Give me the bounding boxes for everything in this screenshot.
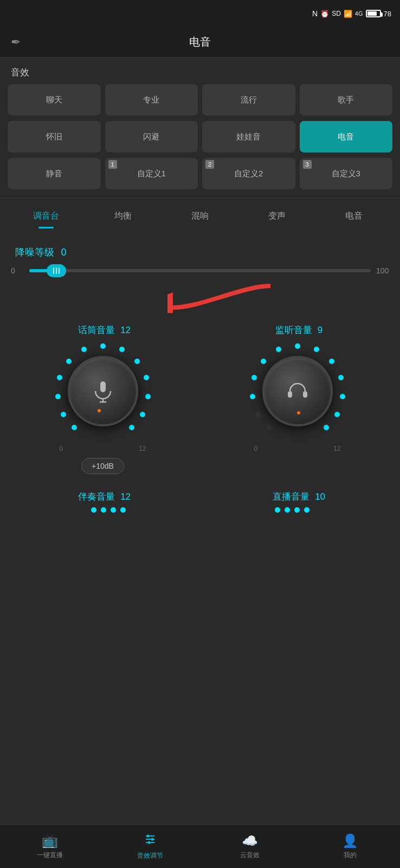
svg-point-10 bbox=[57, 375, 62, 380]
cloud-icon: ☁️ bbox=[242, 833, 258, 848]
red-arrow-svg bbox=[167, 280, 276, 313]
svg-point-28 bbox=[255, 412, 261, 417]
svg-point-37 bbox=[147, 841, 150, 844]
effect-electric[interactable]: 电音 bbox=[300, 121, 393, 152]
mic-knob-container: 话筒音量 12 bbox=[9, 324, 196, 474]
wifi-icon: 📶 bbox=[344, 10, 352, 18]
svg-point-7 bbox=[129, 425, 134, 430]
effects-grid-row3: 静音 1 自定义1 2 自定义2 3 自定义3 bbox=[0, 158, 400, 195]
tab-eq[interactable]: 均衡 bbox=[85, 207, 162, 225]
monitor-knob-scale: 0 12 bbox=[254, 445, 341, 452]
accompaniment-label: 伴奏音量 12 bbox=[75, 490, 131, 503]
monitor-knob-container: 监听音量 9 bbox=[204, 324, 391, 474]
svg-point-26 bbox=[251, 375, 257, 380]
header: ✒ 电音 bbox=[0, 27, 400, 58]
mic-knob-body[interactable] bbox=[68, 356, 138, 426]
battery-indicator bbox=[366, 10, 381, 17]
mic-knob-indicator bbox=[98, 409, 101, 412]
effect-dodge[interactable]: 闪避 bbox=[105, 121, 198, 152]
nav-profile-label: 我的 bbox=[344, 851, 357, 860]
battery-percent: 78 bbox=[384, 10, 391, 18]
svg-point-13 bbox=[72, 425, 77, 430]
user-icon: 👤 bbox=[342, 833, 358, 848]
bottom-dots-row bbox=[0, 503, 400, 513]
effect-popular[interactable]: 流行 bbox=[202, 84, 295, 116]
tab-reverb[interactable]: 混响 bbox=[162, 207, 238, 225]
svg-point-5 bbox=[145, 394, 151, 399]
nav-effects-label: 音效调节 bbox=[137, 851, 163, 860]
effect-custom1[interactable]: 1 自定义1 bbox=[105, 158, 198, 189]
svg-rect-14 bbox=[100, 381, 106, 392]
effect-singer[interactable]: 歌手 bbox=[300, 84, 393, 116]
main-content: 音效 聊天 专业 流行 歌手 怀旧 闪避 娃娃音 电音 静音 bbox=[0, 58, 400, 578]
arrow-container bbox=[11, 280, 389, 313]
headphone-icon bbox=[286, 379, 309, 403]
effect-professional[interactable]: 专业 bbox=[105, 84, 198, 116]
badge-2: 2 bbox=[205, 160, 214, 169]
tab-mixer[interactable]: 调音台 bbox=[8, 207, 85, 225]
nav-live[interactable]: 📺 一键直播 bbox=[0, 833, 100, 860]
svg-rect-31 bbox=[303, 391, 307, 398]
knobs-row: 话筒音量 12 bbox=[0, 313, 400, 474]
svg-point-8 bbox=[81, 347, 87, 352]
noise-slider-track[interactable] bbox=[29, 269, 371, 272]
mic-volume-label: 话筒音量 12 bbox=[75, 324, 131, 336]
noise-section: 降噪等级 0 0 100 bbox=[0, 229, 400, 280]
nav-cloud[interactable]: ☁️ 云音效 bbox=[200, 833, 300, 860]
effect-custom3[interactable]: 3 自定义3 bbox=[300, 158, 393, 189]
svg-point-3 bbox=[134, 359, 140, 364]
badge-1: 1 bbox=[108, 160, 117, 169]
noise-slider-row: 0 100 bbox=[11, 266, 389, 275]
status-icons: N ⏰ SD 📶 4G 78 bbox=[312, 9, 391, 18]
noise-label: 降噪等级 0 bbox=[11, 246, 389, 259]
svg-point-33 bbox=[146, 835, 149, 838]
effect-custom2[interactable]: 2 自定义2 bbox=[202, 158, 295, 189]
tabs-row: 调音台 均衡 混响 变声 电音 bbox=[0, 198, 400, 229]
effects-grid-row2: 怀旧 闪避 娃娃音 电音 bbox=[0, 121, 400, 158]
svg-point-24 bbox=[276, 347, 281, 352]
nav-profile[interactable]: 👤 我的 bbox=[300, 833, 401, 860]
slider-max: 100 bbox=[376, 266, 389, 275]
bottom-nav: 📺 一键直播 音效调节 ☁️ 云音效 👤 我的 bbox=[0, 825, 400, 868]
svg-point-9 bbox=[66, 359, 72, 364]
svg-point-25 bbox=[261, 359, 266, 364]
svg-point-17 bbox=[295, 343, 300, 349]
alarm-icon: ⏰ bbox=[320, 10, 329, 18]
nav-live-label: 一键直播 bbox=[37, 851, 63, 860]
tv-icon: 📺 bbox=[42, 833, 58, 848]
effects-grid-row1: 聊天 专业 流行 歌手 bbox=[0, 84, 400, 121]
svg-point-2 bbox=[119, 347, 125, 352]
svg-point-27 bbox=[250, 394, 255, 399]
slider-thumb[interactable] bbox=[47, 264, 66, 277]
svg-point-20 bbox=[338, 375, 344, 380]
boost-button[interactable]: +10dB bbox=[81, 458, 124, 474]
monitor-knob-wrap[interactable] bbox=[246, 340, 349, 443]
live-dots bbox=[275, 507, 309, 513]
svg-rect-30 bbox=[288, 391, 292, 398]
effect-mute[interactable]: 静音 bbox=[8, 158, 101, 189]
effect-chat[interactable]: 聊天 bbox=[8, 84, 101, 116]
tab-electric[interactable]: 电音 bbox=[315, 207, 392, 225]
monitor-knob-body[interactable] bbox=[262, 356, 333, 426]
svg-point-18 bbox=[314, 347, 319, 352]
effect-baby[interactable]: 娃娃音 bbox=[202, 121, 295, 152]
page-title: 电音 bbox=[189, 35, 211, 49]
nav-effects[interactable]: 音效调节 bbox=[100, 833, 201, 860]
mic-knob-wrap[interactable] bbox=[51, 340, 154, 443]
bluetooth-icon: ✒ bbox=[11, 35, 21, 49]
tab-voice-change[interactable]: 变声 bbox=[238, 207, 315, 225]
effect-retro[interactable]: 怀旧 bbox=[8, 121, 101, 152]
sound-effects-label: 音效 bbox=[0, 58, 400, 84]
svg-point-6 bbox=[140, 412, 145, 417]
svg-point-29 bbox=[266, 425, 272, 430]
battery-fill bbox=[367, 11, 377, 16]
sliders-icon bbox=[144, 833, 157, 849]
monitor-knob-indicator bbox=[297, 411, 300, 414]
svg-point-12 bbox=[61, 412, 66, 417]
nav-cloud-label: 云音效 bbox=[240, 851, 260, 860]
signal-icon: 4G bbox=[355, 10, 363, 17]
status-bar: N ⏰ SD 📶 4G 78 bbox=[0, 0, 400, 27]
svg-point-22 bbox=[334, 412, 340, 417]
sd-icon: SD bbox=[332, 10, 341, 17]
accompaniment-dots bbox=[91, 507, 126, 513]
